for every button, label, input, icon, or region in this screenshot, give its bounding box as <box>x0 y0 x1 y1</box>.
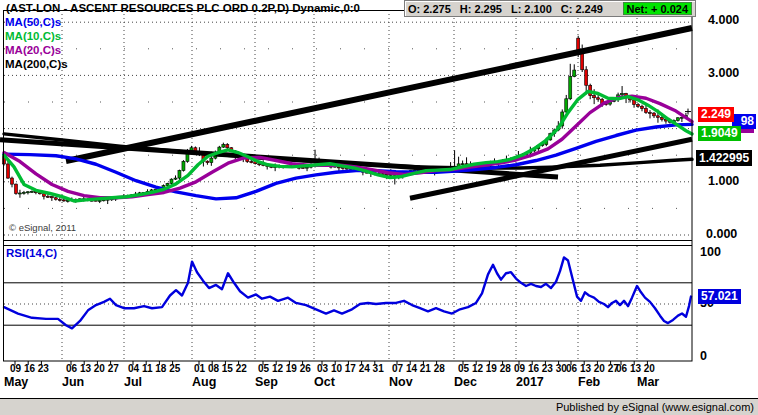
price-axis-label-0: 0.000 <box>706 227 737 241</box>
week-tick-labels: 06 13 20 27 <box>66 363 119 374</box>
month-label: 2017 <box>516 375 544 389</box>
week-tick-labels: 09 16 23 <box>10 363 49 374</box>
month-label: Jul <box>124 375 142 389</box>
week-tick-labels: 05 12 19 28 <box>458 363 511 374</box>
publisher-bar: Published by eSignal (www.esignal.com) <box>0 398 758 415</box>
ma-legend-item-20: MA(20,C)s <box>5 44 61 56</box>
ohlc-status-bar: O:2.275 H:2.295 L:2.100 C:2.249 Net: + 0… <box>404 0 696 17</box>
ma-legend-item-200: MA(200,C)s <box>5 58 68 70</box>
week-tick-labels: 06 13 20 <box>616 363 655 374</box>
rsi-axis-label-0: 0 <box>700 349 707 363</box>
esignal-watermark: © eSignal, 2011 <box>9 222 76 233</box>
month-label: Jun <box>62 375 84 389</box>
price-axis-label-1: 1.000 <box>708 174 739 188</box>
close-value: C:2.249 <box>561 3 603 15</box>
week-tick-labels: 09 16 23 30 <box>514 363 567 374</box>
week-tick-labels: 07 14 21 28 <box>392 363 445 374</box>
high-value: H:2.295 <box>460 3 502 15</box>
month-label: Oct <box>314 375 335 389</box>
week-tick-labels: 05 12 19 26 <box>258 363 311 374</box>
ma200-price-tag: 1.422995 <box>696 150 752 166</box>
x-axis: 09 16 23May06 13 20 27Jun04 11 18 25Jul0… <box>0 363 758 395</box>
week-tick-labels: 06 13 20 27 <box>566 363 619 374</box>
chart-canvas[interactable] <box>0 0 758 415</box>
month-label: Dec <box>454 375 477 389</box>
rsi-axis-label-100: 100 <box>700 245 721 259</box>
month-label: Mar <box>637 375 659 389</box>
last-price-tag: 2.249 <box>698 107 734 122</box>
rsi-value-tag: 57.021 <box>698 289 741 304</box>
price-axis-label-4: 4.000 <box>708 13 739 27</box>
ma-legend-item-50: MA(50,C)s <box>5 16 61 28</box>
ma10-price-tag: 1.9049 <box>698 126 741 141</box>
month-label: Feb <box>578 375 600 389</box>
low-value: L:2.100 <box>511 3 552 15</box>
open-value: O:2.275 <box>408 3 451 15</box>
month-label: Nov <box>389 375 413 389</box>
week-tick-labels: 04 11 18 25 <box>128 363 180 374</box>
week-tick-labels: 03 10 17 24 31 <box>317 363 384 374</box>
month-label: Sep <box>255 375 278 389</box>
rsi-indicator-label: RSI(14,C) <box>6 247 57 259</box>
week-tick-labels: 01 08 15 22 <box>194 363 247 374</box>
month-label: May <box>4 375 28 389</box>
net-change-badge: Net: + 0.024 <box>623 2 692 15</box>
ma-legend-item-10: MA(10,C)s <box>5 30 61 42</box>
price-axis-label-3: 3.000 <box>708 66 739 80</box>
chart-title: (AST-LON - ASCENT RESOURCES PLC ORD 0.2P… <box>6 2 408 14</box>
month-label: Aug <box>192 375 216 389</box>
publisher-text: Published by eSignal (www.esignal.com) <box>556 401 754 413</box>
esignal-chart-window: (AST-LON - ASCENT RESOURCES PLC ORD 0.2P… <box>0 0 758 415</box>
